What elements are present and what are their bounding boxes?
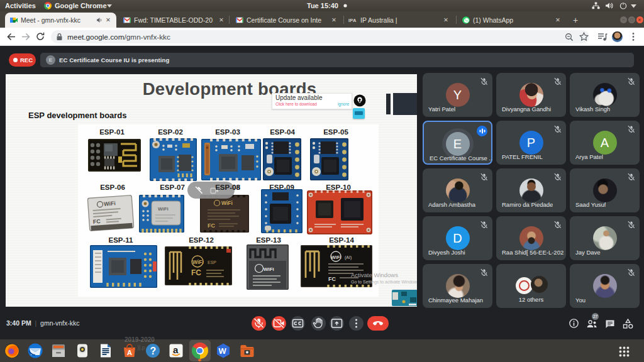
svg-text:a: a <box>173 344 179 355</box>
svg-text:FC: FC <box>191 268 201 277</box>
svg-text:A: A <box>127 349 132 356</box>
svg-text:FC: FC <box>93 218 101 225</box>
svg-text:?: ? <box>150 346 156 356</box>
svg-text:WiFi: WiFi <box>331 255 341 260</box>
svg-text:FC: FC <box>208 222 215 229</box>
svg-text:WiFi: WiFi <box>104 200 116 207</box>
svg-text:FC: FC <box>328 276 336 282</box>
svg-text:WiFi: WiFi <box>221 200 233 206</box>
svg-text:(AI): (AI) <box>345 255 352 260</box>
svg-text:WiFi: WiFi <box>158 206 169 212</box>
svg-text:WiFi: WiFi <box>264 266 274 272</box>
svg-text:W: W <box>219 346 227 356</box>
svg-text:ESP: ESP <box>208 260 216 265</box>
svg-text:WiFi: WiFi <box>192 259 204 265</box>
